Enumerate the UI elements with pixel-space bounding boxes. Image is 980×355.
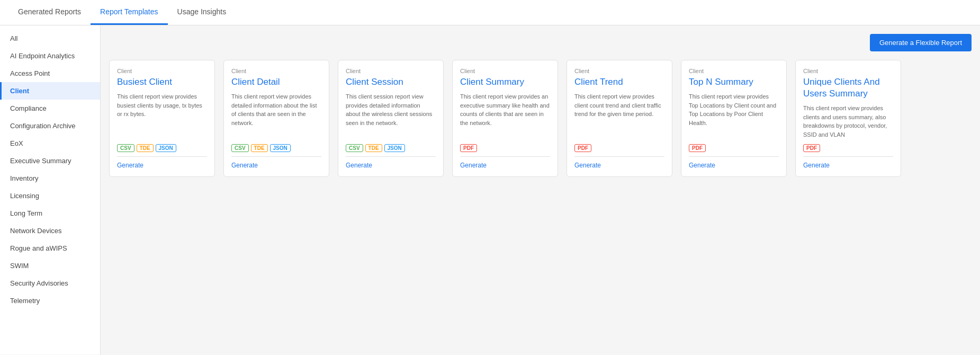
card-description: This client report view provides client … bbox=[574, 92, 664, 119]
card-divider bbox=[346, 156, 436, 157]
card-footer: CSVTDEJSON Generate bbox=[117, 144, 207, 169]
generate-link[interactable]: Generate bbox=[803, 162, 830, 169]
card-top-n-summary: Client Top N Summary This client report … bbox=[681, 60, 787, 177]
cards-grid: Client Busiest Client This client report… bbox=[109, 60, 972, 177]
badge-csv: CSV bbox=[117, 144, 134, 152]
badges-container: CSVTDEJSON bbox=[231, 144, 321, 152]
content-area: Generate a Flexible Report Client Busies… bbox=[101, 25, 980, 354]
tab-report-templates[interactable]: Report Templates bbox=[91, 0, 167, 25]
card-client-detail: Client Client Detail This client report … bbox=[223, 60, 329, 177]
sidebar-item-ai-endpoint-analytics[interactable]: AI Endpoint Analytics bbox=[0, 47, 100, 65]
generate-link[interactable]: Generate bbox=[231, 162, 258, 169]
card-footer: PDF Generate bbox=[574, 144, 664, 169]
card-footer: CSVTDEJSON Generate bbox=[346, 144, 436, 169]
badge-pdf: PDF bbox=[803, 144, 820, 152]
badge-pdf: PDF bbox=[460, 144, 477, 152]
badges-container: CSVTDEJSON bbox=[346, 144, 436, 152]
generate-link[interactable]: Generate bbox=[460, 162, 487, 169]
sidebar-item-telemetry[interactable]: Telemetry bbox=[0, 292, 100, 309]
sidebar-item-access-point[interactable]: Access Point bbox=[0, 65, 100, 82]
card-description: This client report view provides busiest… bbox=[117, 92, 207, 119]
generate-link[interactable]: Generate bbox=[689, 162, 715, 169]
sidebar-item-all[interactable]: All bbox=[0, 30, 100, 47]
tab-generated-reports[interactable]: Generated Reports bbox=[8, 0, 91, 25]
card-category: Client bbox=[689, 68, 779, 74]
generate-link[interactable]: Generate bbox=[574, 162, 601, 169]
card-footer: PDF Generate bbox=[803, 144, 893, 169]
badge-csv: CSV bbox=[231, 144, 249, 152]
badge-tde: TDE bbox=[251, 144, 268, 152]
tab-usage-insights[interactable]: Usage Insights bbox=[168, 0, 236, 25]
generate-link[interactable]: Generate bbox=[117, 162, 143, 169]
sidebar-item-configuration-archive[interactable]: Configuration Archive bbox=[0, 117, 100, 135]
sidebar-item-inventory[interactable]: Inventory bbox=[0, 170, 100, 187]
badge-pdf: PDF bbox=[574, 144, 591, 152]
card-category: Client bbox=[574, 68, 664, 74]
sidebar-item-rogue-and-awips[interactable]: Rogue and aWIPS bbox=[0, 239, 100, 257]
card-description: This client report view provides clients… bbox=[803, 104, 893, 139]
card-footer: CSVTDEJSON Generate bbox=[231, 144, 321, 169]
card-category: Client bbox=[803, 68, 893, 74]
content-header: Generate a Flexible Report bbox=[109, 34, 972, 51]
sidebar-item-compliance[interactable]: Compliance bbox=[0, 100, 100, 117]
sidebar-item-licensing[interactable]: Licensing bbox=[0, 187, 100, 205]
top-tabs-bar: Generated ReportsReport TemplatesUsage I… bbox=[0, 0, 980, 25]
card-busiest-client: Client Busiest Client This client report… bbox=[109, 60, 215, 177]
badges-container: CSVTDEJSON bbox=[117, 144, 207, 152]
badges-container: PDF bbox=[460, 144, 550, 152]
card-description: This client session report view provides… bbox=[346, 92, 436, 127]
sidebar-item-security-advisories[interactable]: Security Advisories bbox=[0, 274, 100, 292]
badge-csv: CSV bbox=[346, 144, 363, 152]
sidebar-item-executive-summary[interactable]: Executive Summary bbox=[0, 152, 100, 170]
sidebar: AllAI Endpoint AnalyticsAccess PointClie… bbox=[0, 25, 101, 354]
badge-pdf: PDF bbox=[689, 144, 706, 152]
main-layout: AllAI Endpoint AnalyticsAccess PointClie… bbox=[0, 25, 980, 354]
card-unique-clients-and-users: Client Unique Clients And Users Summary … bbox=[795, 60, 901, 177]
badge-json: JSON bbox=[270, 144, 291, 152]
badge-json: JSON bbox=[156, 144, 176, 152]
card-divider bbox=[231, 156, 321, 157]
badge-tde: TDE bbox=[365, 144, 382, 152]
card-category: Client bbox=[346, 68, 436, 74]
badges-container: PDF bbox=[803, 144, 893, 152]
card-title: Top N Summary bbox=[689, 76, 779, 88]
card-title: Client Trend bbox=[574, 76, 664, 88]
sidebar-item-network-devices[interactable]: Network Devices bbox=[0, 222, 100, 239]
card-title: Client Session bbox=[346, 76, 436, 88]
sidebar-item-eox[interactable]: EoX bbox=[0, 135, 100, 152]
card-title: Unique Clients And Users Summary bbox=[803, 76, 893, 100]
card-category: Client bbox=[460, 68, 550, 74]
badges-container: PDF bbox=[689, 144, 779, 152]
generate-flexible-report-button[interactable]: Generate a Flexible Report bbox=[870, 34, 972, 51]
card-footer: PDF Generate bbox=[689, 144, 779, 169]
card-footer: PDF Generate bbox=[460, 144, 550, 169]
card-client-session: Client Client Session This client sessio… bbox=[338, 60, 444, 177]
card-description: This client report view provides an exec… bbox=[460, 92, 550, 127]
card-category: Client bbox=[231, 68, 321, 74]
card-description: This client report view provides detaile… bbox=[231, 92, 321, 127]
card-divider bbox=[460, 156, 550, 157]
sidebar-item-swim[interactable]: SWIM bbox=[0, 257, 100, 274]
card-divider bbox=[117, 156, 207, 157]
card-category: Client bbox=[117, 68, 207, 74]
card-client-trend: Client Client Trend This client report v… bbox=[567, 60, 672, 177]
badges-container: PDF bbox=[574, 144, 664, 152]
card-title: Busiest Client bbox=[117, 76, 207, 88]
card-divider bbox=[803, 156, 893, 157]
card-title: Client Summary bbox=[460, 76, 550, 88]
card-description: This client report view provides Top Loc… bbox=[689, 92, 779, 127]
badge-json: JSON bbox=[384, 144, 405, 152]
sidebar-item-client[interactable]: Client bbox=[0, 82, 100, 100]
generate-link[interactable]: Generate bbox=[346, 162, 372, 169]
badge-tde: TDE bbox=[137, 144, 154, 152]
sidebar-item-long-term[interactable]: Long Term bbox=[0, 205, 100, 222]
card-client-summary: Client Client Summary This client report… bbox=[452, 60, 558, 177]
card-title: Client Detail bbox=[231, 76, 321, 88]
card-divider bbox=[689, 156, 779, 157]
card-divider bbox=[574, 156, 664, 157]
